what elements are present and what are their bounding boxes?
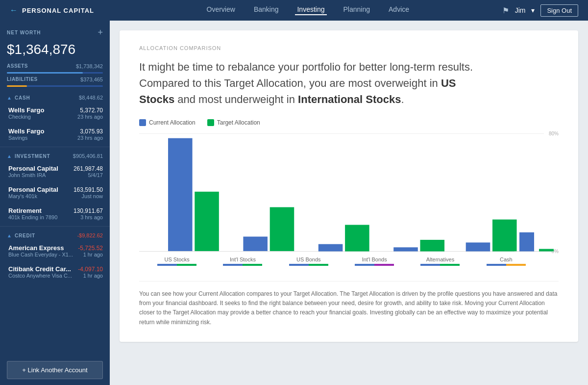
- account-value: -4,097.10: [78, 266, 103, 273]
- axis-bar-intl-stocks: [223, 264, 262, 266]
- axis-intl-stocks: Int'l Stocks: [223, 254, 262, 266]
- account-sub: Mary's 401k: [8, 193, 37, 199]
- headline-bold2: International Stocks: [298, 93, 401, 105]
- sidebar-section-credit[interactable]: ▲ CREDIT -$9,822.62: [0, 229, 110, 240]
- nav-overview[interactable]: Overview: [205, 5, 237, 15]
- liabilities-value: $373,465: [80, 77, 103, 82]
- main-layout: NET WORTH + $1,364,876 ASSETS $1,738,342…: [0, 21, 588, 385]
- bar-intl-stocks-current: [243, 236, 268, 251]
- sidebar-section-investment[interactable]: ▲ INVESTMENT $905,406.81: [0, 149, 110, 161]
- axis-us-bonds: US Bonds: [289, 254, 328, 266]
- chart-legend: Current Allocation Target Allocation: [139, 119, 559, 126]
- list-item[interactable]: American Express -5,725.52 Blue Cash Eve…: [0, 240, 110, 261]
- legend-target-color: [207, 119, 214, 126]
- legend-current: Current Allocation: [139, 119, 196, 126]
- account-time: 5/4/17: [88, 172, 103, 178]
- bar-cash-current: [519, 232, 534, 252]
- svg-rect-8: [420, 264, 440, 266]
- bar-intl-stocks-target: [270, 207, 294, 251]
- bar-alternatives-target: [492, 220, 517, 252]
- account-value: 130,911.67: [74, 207, 103, 214]
- account-time: 23 hrs ago: [77, 114, 103, 120]
- axis-label-us-stocks: US Stocks: [164, 257, 189, 262]
- assets-value: $1,738,342: [76, 63, 103, 69]
- svg-rect-3: [243, 264, 262, 266]
- axis-label-alternatives: Alternatives: [426, 257, 454, 262]
- list-item[interactable]: Personal Capital 261,987.48 John Smith I…: [0, 161, 110, 182]
- credit-arrow-icon: ▲: [7, 233, 12, 238]
- axis-bar-alternatives: [420, 264, 460, 266]
- link-account-button[interactable]: + Link Another Account: [7, 361, 103, 379]
- section-label: ALLOCATION COMPARISON: [139, 45, 559, 51]
- liabilities-label: LIABILITIES: [7, 77, 38, 82]
- axis-us-stocks: US Stocks: [157, 254, 196, 266]
- bar-us-bonds-target: [345, 225, 369, 252]
- account-sub: John Smith IRA: [8, 172, 46, 178]
- investment-label: INVESTMENT: [15, 154, 50, 159]
- liabilities-progress-bar: [7, 85, 103, 87]
- svg-rect-5: [309, 264, 328, 266]
- add-account-button[interactable]: +: [98, 27, 103, 38]
- nav-investing[interactable]: Investing: [295, 5, 326, 15]
- cash-bars-svg: [514, 134, 559, 252]
- assets-label: ASSETS: [7, 63, 28, 69]
- signout-button[interactable]: Sign Out: [540, 4, 578, 17]
- liabilities-fill: [7, 85, 27, 87]
- list-item[interactable]: Citibank Credit Car... -4,097.10 Costco …: [0, 261, 110, 282]
- svg-rect-4: [289, 264, 309, 266]
- account-name: Wells Fargo: [8, 106, 44, 114]
- credit-label: CREDIT: [15, 233, 35, 238]
- chart-description: You can see how your Current Allocation …: [139, 281, 559, 327]
- credit-value: -$9,822.62: [77, 232, 103, 238]
- sidebar: NET WORTH + $1,364,876 ASSETS $1,738,342…: [0, 21, 110, 385]
- nav-banking[interactable]: Banking: [252, 5, 281, 15]
- nav-planning[interactable]: Planning: [342, 5, 372, 15]
- cash-arrow-icon: ▲: [7, 95, 12, 101]
- legend-current-color: [139, 119, 146, 126]
- bar-cash-target: [539, 249, 554, 252]
- bar-chart-svg: [139, 134, 544, 252]
- allocation-chart: 80% 0%: [139, 134, 559, 271]
- user-menu[interactable]: Jim: [515, 6, 526, 14]
- axis-label-intl-bonds: Int'l Bonds: [362, 257, 387, 262]
- account-value: 163,591.50: [74, 186, 103, 193]
- account-value: 3,075.93: [80, 128, 103, 135]
- chart-axis-labels: US Stocks Int'l Stocks US Bonds Int'l Bo…: [139, 252, 544, 271]
- allocation-headline: It might be time to rebalance your portf…: [139, 59, 482, 107]
- svg-rect-2: [223, 264, 243, 266]
- axis-intl-bonds: Int'l Bonds: [355, 254, 394, 266]
- list-item[interactable]: Wells Fargo 3,075.93 Savings 23 hrs ago: [0, 124, 110, 145]
- assets-progress-bar: [7, 72, 103, 74]
- sidebar-section-cash[interactable]: ▲ CASH $8,448.62: [0, 91, 110, 103]
- svg-rect-9: [440, 264, 460, 266]
- headline-part1: It might be time to rebalance your portf…: [139, 61, 473, 89]
- bar-alternatives-current: [466, 242, 490, 252]
- nav-links: Overview Banking Investing Planning Advi…: [114, 5, 502, 15]
- cash-label: CASH: [15, 95, 30, 101]
- account-time: 3 hrs ago: [80, 214, 103, 220]
- legend-target: Target Allocation: [207, 119, 260, 126]
- account-sub: Checking: [8, 114, 31, 120]
- app-logo: ← PERSONAL CAPITAL: [10, 6, 94, 15]
- axis-label-intl-stocks: Int'l Stocks: [230, 257, 256, 262]
- bar-us-stocks-current: [168, 138, 193, 251]
- sidebar-spacer: [0, 282, 110, 355]
- sidebar-header: NET WORTH +: [0, 21, 110, 42]
- nav-right: ⚑ Jim ▾ Sign Out: [502, 4, 578, 17]
- user-chevron[interactable]: ▾: [531, 6, 535, 14]
- bar-intl-bonds-current: [393, 247, 418, 252]
- axis-bar-cash: [487, 264, 526, 266]
- liabilities-row: LIABILITIES $373,465: [0, 75, 110, 84]
- investment-arrow-icon: ▲: [7, 154, 12, 159]
- account-name: Retirement: [8, 207, 42, 214]
- bar-us-stocks-target: [195, 192, 219, 251]
- svg-rect-0: [157, 264, 177, 266]
- account-sub: 401k Ending in 7890: [8, 214, 57, 220]
- list-item[interactable]: Retirement 130,911.67 401k Ending in 789…: [0, 203, 110, 224]
- nav-advice[interactable]: Advice: [387, 5, 411, 15]
- account-value: 261,987.48: [74, 165, 103, 172]
- cash-value: $8,448.62: [79, 95, 103, 101]
- account-sub: Costco Anywhere Visa C...: [8, 273, 72, 279]
- list-item[interactable]: Wells Fargo 5,372.70 Checking 23 hrs ago: [0, 103, 110, 124]
- list-item[interactable]: Personal Capital 163,591.50 Mary's 401k …: [0, 182, 110, 203]
